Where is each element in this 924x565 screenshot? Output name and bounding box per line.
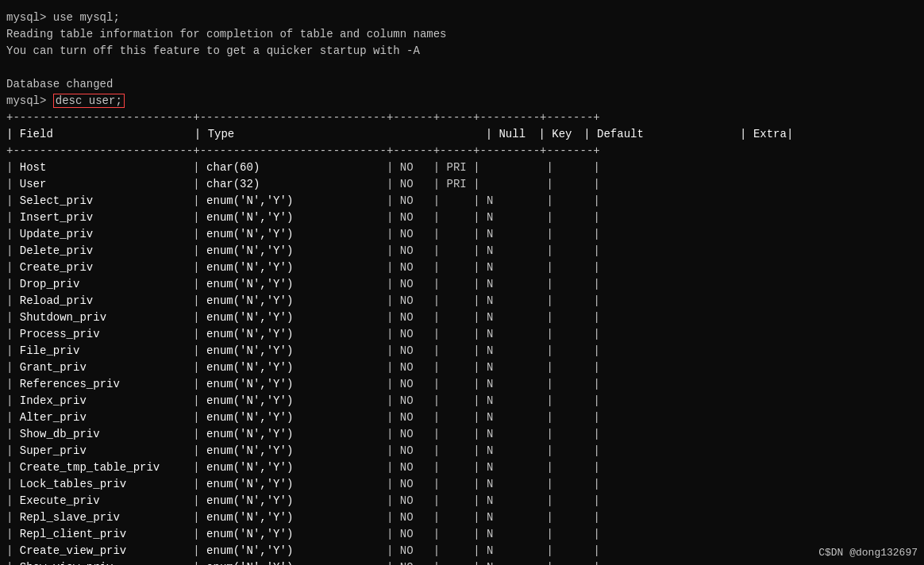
table-row: | Show_view_priv | enum('N','Y') | NO | … — [0, 559, 924, 565]
use-mysql-line: mysql> use mysql; — [0, 10, 924, 26]
reading-table-line: Reading table information for completion… — [0, 26, 924, 43]
prompt-label: mysql> — [6, 94, 53, 107]
header-key: Key — [552, 126, 583, 143]
table-row: | Shutdown_priv | enum('N','Y') | NO | |… — [0, 309, 924, 326]
header-type: Type — [208, 126, 486, 143]
table-row: | Drop_priv | enum('N','Y') | NO | | N |… — [0, 276, 924, 293]
table-row: | Host | char(60) | NO | PRI | | | — [0, 160, 924, 176]
sep-top: +---------------------------+-----------… — [0, 110, 924, 126]
sep-header: +---------------------------+-----------… — [0, 143, 924, 160]
terminal: mysql> use mysql; Reading table informat… — [0, 6, 924, 565]
table-row: | Create_view_priv | enum('N','Y') | NO … — [0, 543, 924, 559]
table-row: | Insert_priv | enum('N','Y') | NO | | N… — [0, 209, 924, 226]
desc-user-line: mysql> desc user; — [0, 93, 924, 110]
table-row: | Repl_slave_priv | enum('N','Y') | NO |… — [0, 509, 924, 526]
table-row: | Process_priv | enum('N','Y') | NO | | … — [0, 326, 924, 343]
table-row: | Alter_priv | enum('N','Y') | NO | | N … — [0, 409, 924, 426]
header-null: Null — [499, 126, 538, 143]
command-highlight: desc user; — [53, 94, 125, 108]
table-row: | Select_priv | enum('N','Y') | NO | | N… — [0, 193, 924, 209]
table-row: | Grant_priv | enum('N','Y') | NO | | N … — [0, 359, 924, 376]
header-extra: Extra — [753, 128, 787, 140]
table-header-row: | Field| Type| Null| Key| Default| Extra… — [0, 126, 924, 143]
header-default: Default — [597, 126, 740, 143]
table-row: | Create_priv | enum('N','Y') | NO | | N… — [0, 259, 924, 276]
table-row: | Update_priv | enum('N','Y') | NO | | N… — [0, 226, 924, 243]
table-row: | Index_priv | enum('N','Y') | NO | | N … — [0, 393, 924, 409]
table-row: | Execute_priv | enum('N','Y') | NO | | … — [0, 493, 924, 509]
you-can-turn-line: You can turn off this feature to get a q… — [0, 43, 924, 60]
table-row: | Super_priv | enum('N','Y') | NO | | N … — [0, 443, 924, 459]
blank-line-1 — [0, 60, 924, 76]
table-row: | Reload_priv | enum('N','Y') | NO | | N… — [0, 293, 924, 309]
table-row: | Lock_tables_priv | enum('N','Y') | NO … — [0, 476, 924, 493]
footer-watermark: C$DN @dong132697 — [818, 547, 918, 559]
database-changed-line: Database changed — [0, 76, 924, 93]
table-row: | References_priv | enum('N','Y') | NO |… — [0, 376, 924, 393]
table-row: | User | char(32) | NO | PRI | | | — [0, 176, 924, 193]
table-row: | File_priv | enum('N','Y') | NO | | N |… — [0, 343, 924, 359]
table-row: | Show_db_priv | enum('N','Y') | NO | | … — [0, 426, 924, 443]
table-body: | Host | char(60) | NO | PRI | | || User… — [0, 160, 924, 565]
table-row: | Create_tmp_table_priv | enum('N','Y') … — [0, 459, 924, 476]
table-row: | Delete_priv | enum('N','Y') | NO | | N… — [0, 243, 924, 259]
header-field: Field — [20, 126, 194, 143]
table-row: | Repl_client_priv | enum('N','Y') | NO … — [0, 526, 924, 543]
